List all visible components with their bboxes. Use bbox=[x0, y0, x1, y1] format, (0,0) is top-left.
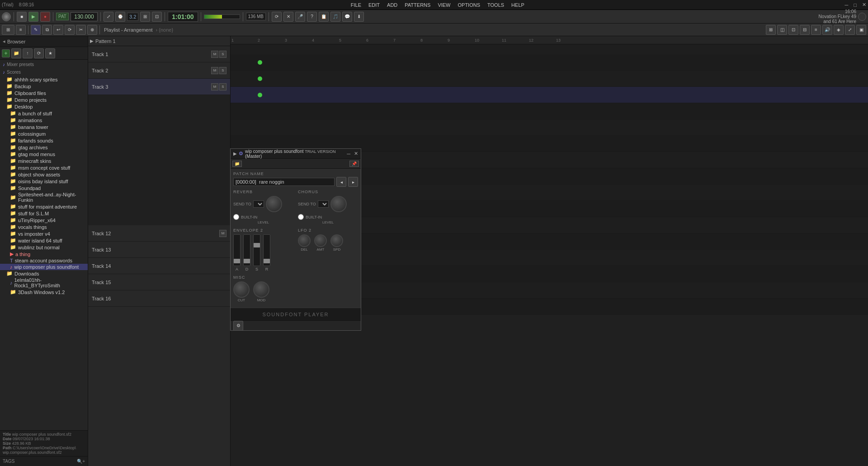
tool-c1[interactable]: ⟳ bbox=[272, 12, 282, 22]
fader-track-a[interactable] bbox=[233, 234, 241, 266]
lfo-spd-knob[interactable] bbox=[330, 234, 343, 247]
browser-object-show[interactable]: 📁 object show assets bbox=[0, 171, 88, 178]
browser-3dash[interactable]: 📁 3Dash Windows v1.2 bbox=[0, 289, 88, 295]
menu-edit[interactable]: EDIT bbox=[368, 2, 381, 8]
grid-row-1[interactable] bbox=[231, 54, 868, 71]
reverb-builtin-radio[interactable] bbox=[233, 214, 239, 220]
browser-animations[interactable]: 📁 animations bbox=[0, 117, 88, 124]
plugin-nav-pin[interactable]: 📌 bbox=[349, 161, 359, 167]
close-button[interactable]: ✕ bbox=[862, 2, 866, 8]
browser-wublinz[interactable]: 📁 wublinz but normal bbox=[0, 244, 88, 251]
track-mute[interactable]: M bbox=[211, 83, 218, 90]
tool-select[interactable]: ⟳ bbox=[65, 25, 75, 35]
browser-spritesheet[interactable]: 📁 Spritesheet-and..ay-Night-Funkin bbox=[0, 191, 88, 203]
mode-btn1[interactable]: ⊞ bbox=[2, 25, 14, 35]
grid-row-4[interactable] bbox=[231, 103, 868, 119]
browser-downloads[interactable]: 📁 Downloads bbox=[0, 270, 88, 277]
chorus-builtin-radio[interactable] bbox=[298, 214, 304, 220]
snap-button[interactable]: ⤢ bbox=[104, 12, 113, 22]
bpm-display[interactable]: 130.000 bbox=[71, 12, 98, 21]
playlist-btn1[interactable]: ⊞ bbox=[766, 25, 776, 35]
stop-button[interactable]: ■ bbox=[17, 12, 27, 22]
tool-btn2[interactable]: ⊡ bbox=[152, 12, 162, 22]
misc-cut-knob[interactable] bbox=[233, 281, 250, 298]
plugin-settings-icon[interactable]: ⚙ bbox=[233, 321, 243, 331]
pattern-expand[interactable]: ▶ bbox=[90, 38, 94, 43]
track-solo[interactable]: S bbox=[219, 51, 226, 58]
browser-up-btn[interactable]: ↑ bbox=[23, 48, 33, 58]
playlist-btn5[interactable]: ≡ bbox=[811, 25, 821, 35]
lfo-amt-knob[interactable] bbox=[314, 234, 327, 247]
browser-wip-soundfont[interactable]: ♪ wip composer plus soundfont bbox=[0, 264, 88, 270]
browser-bunch-stuff[interactable]: 📁 a bunch of stuff bbox=[0, 110, 88, 117]
menu-help[interactable]: HELP bbox=[510, 2, 525, 8]
browser-folder-btn[interactable]: 📁 bbox=[11, 48, 21, 58]
maximize-button[interactable]: □ bbox=[854, 2, 857, 8]
lfo-del-knob[interactable] bbox=[298, 234, 311, 247]
plugin-minimize[interactable]: ─ bbox=[347, 151, 350, 157]
playlist-btn4[interactable]: ⊟ bbox=[800, 25, 810, 35]
track-mute[interactable]: M bbox=[211, 51, 218, 58]
menu-file[interactable]: FILE bbox=[350, 2, 362, 8]
track-mute[interactable]: M bbox=[211, 67, 218, 74]
plugin-close-btn[interactable]: ✕ bbox=[354, 151, 358, 157]
playlist-btn7[interactable]: ◈ bbox=[834, 25, 844, 35]
tool-c5[interactable]: 📋 bbox=[319, 12, 329, 22]
playlist-btn3[interactable]: ⊡ bbox=[788, 25, 798, 35]
grid-row-2[interactable] bbox=[231, 71, 868, 87]
browser-gtag-archives[interactable]: 📁 gtag archives bbox=[0, 144, 88, 151]
tool-c6[interactable]: 🎵 bbox=[330, 12, 340, 22]
browser-scores[interactable]: ♪ Scores bbox=[0, 68, 88, 76]
browser-soundpad[interactable]: 📁 Soundpad bbox=[0, 185, 88, 191]
tool-draw[interactable]: ✎ bbox=[31, 25, 41, 35]
plugin-titlebar[interactable]: ▶ ⚙ wip composer plus soundfont TRIAL VE… bbox=[231, 149, 361, 159]
loop-button[interactable]: ⌚ bbox=[115, 12, 125, 22]
playlist-btn8[interactable]: ⤢ bbox=[845, 25, 855, 35]
grid-row-3[interactable] bbox=[231, 87, 868, 103]
play-button[interactable]: ▶ bbox=[28, 12, 38, 22]
minimize-button[interactable]: ─ bbox=[845, 2, 849, 8]
browser-folder-clipboard[interactable]: 📁 Clipboard files bbox=[0, 90, 88, 96]
browser-steam[interactable]: T steam account passwords bbox=[0, 257, 88, 264]
menu-patterns[interactable]: PATTERNS bbox=[404, 2, 431, 8]
tool-c3[interactable]: 🎤 bbox=[295, 12, 305, 22]
grid-row-5[interactable] bbox=[231, 119, 868, 136]
patch-name-input[interactable] bbox=[233, 178, 335, 186]
browser-minecraft[interactable]: 📁 minecraft skins bbox=[0, 157, 88, 164]
browser-oisins[interactable]: 📁 oisins bday island stuff bbox=[0, 178, 88, 185]
menu-view[interactable]: VIEW bbox=[437, 2, 451, 8]
browser-folder-desktop[interactable]: 📁 Desktop bbox=[0, 103, 88, 110]
playlist-btn9[interactable]: ▣ bbox=[856, 25, 866, 35]
playlist-btn6[interactable]: 🔊 bbox=[822, 25, 832, 35]
browser-colossingum[interactable]: 📁 colossingum bbox=[0, 130, 88, 137]
reverb-level-knob[interactable] bbox=[266, 196, 282, 212]
browser-back[interactable]: ◂ bbox=[3, 38, 5, 44]
fader-track-d[interactable] bbox=[243, 234, 250, 266]
tool-erase[interactable]: ↩ bbox=[53, 25, 63, 35]
misc-mod-knob[interactable] bbox=[253, 281, 269, 298]
fader-track-s[interactable] bbox=[253, 234, 260, 266]
browser-folder-demo[interactable]: 📁 Demo projects bbox=[0, 96, 88, 103]
tool-c2[interactable]: ✕ bbox=[283, 12, 293, 22]
tool-zoom[interactable]: ⊕ bbox=[87, 25, 97, 35]
browser-fav-btn[interactable]: ★ bbox=[45, 48, 55, 58]
fader-track-r[interactable] bbox=[263, 234, 270, 266]
tool-c7[interactable]: 💬 bbox=[342, 12, 352, 22]
menu-tools[interactable]: TOOLS bbox=[486, 2, 505, 8]
mode-btn2[interactable]: ≡ bbox=[16, 25, 26, 35]
browser-gtag-mod[interactable]: 📁 gtag mod menus bbox=[0, 151, 88, 157]
tool-cut[interactable]: ✂ bbox=[76, 25, 86, 35]
browser-vocals[interactable]: 📁 vocals things bbox=[0, 223, 88, 230]
reverb-send-select[interactable] bbox=[253, 200, 264, 208]
chorus-level-knob[interactable] bbox=[330, 196, 347, 212]
browser-mixer-presets[interactable]: ♪ Mixer presets bbox=[0, 61, 88, 68]
plugin-nav-folder[interactable]: 📁 bbox=[232, 161, 242, 167]
tool-c4[interactable]: ? bbox=[307, 12, 317, 22]
browser-1elmla[interactable]: ♪ 1elmla01hh-Rock1_BYTyroSmith bbox=[0, 277, 88, 289]
browser-vs-imposter[interactable]: 📁 vs imposter v4 bbox=[0, 230, 88, 237]
record-button[interactable]: ● bbox=[40, 12, 50, 22]
browser-folder-backup[interactable]: 📁 Backup bbox=[0, 83, 88, 90]
tool-paint[interactable]: ⧉ bbox=[42, 25, 52, 35]
menu-options[interactable]: OPTIONS bbox=[457, 2, 481, 8]
browser-folder-sprites[interactable]: 📁 ahhhh scary sprites bbox=[0, 76, 88, 83]
